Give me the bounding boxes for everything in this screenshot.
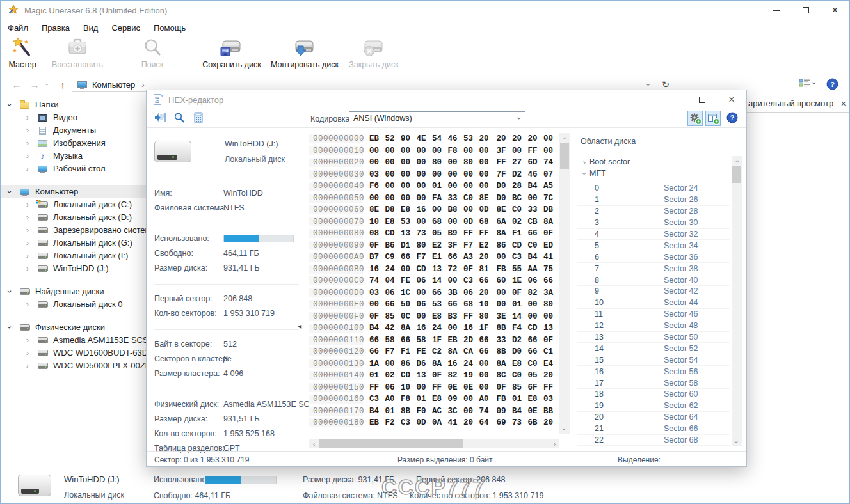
hex-row[interactable]: 000000014001 02 CD 13 0F 82 19 008C C0 0…: [309, 370, 553, 382]
hex-row[interactable]: 000000011066 58 66 58 1F EB 2D 6633 D2 6…: [309, 335, 553, 347]
sector-row[interactable]: 15Sector 54: [577, 354, 730, 366]
sidebar-group-header[interactable]: ›Физические диски: [0, 321, 146, 334]
hex-row[interactable]: 00000000D003 06 1C 00 66 3B 06 2000 0F 8…: [309, 287, 553, 299]
hex-row[interactable]: 00000000B016 24 00 CD 13 72 0F 81FB 55 A…: [309, 264, 553, 276]
menu-item[interactable]: Вид: [83, 23, 99, 33]
close-button[interactable]: ×: [821, 0, 849, 20]
sector-row[interactable]: 7Sector 38: [577, 263, 730, 274]
up-button[interactable]: ↑: [55, 77, 70, 92]
sidebar-group-header[interactable]: ›Найденные диски: [0, 285, 146, 298]
toolbar-button-wizard[interactable]: Мастер: [4, 35, 41, 73]
hex-row[interactable]: 00000000900F B6 D1 80 E2 3F F7 E286 CD C…: [309, 240, 553, 252]
scroll-down-icon[interactable]: ›: [732, 437, 742, 446]
calculator-icon[interactable]: [193, 112, 204, 123]
hex-horizontal-scrollbar[interactable]: ‹ ›: [309, 439, 559, 448]
sidebar-item[interactable]: ›Зарезервировано системо: [0, 224, 146, 237]
hex-row[interactable]: 000000008008 CD 13 73 05 B9 FF FF8A F1 6…: [309, 228, 553, 240]
hex-row[interactable]: 000000005000 00 00 00 FA 33 C0 8ED0 BC 0…: [309, 193, 553, 205]
sector-row[interactable]: 4Sector 32: [577, 229, 730, 240]
chevron-right-icon[interactable]: ›: [23, 347, 32, 359]
chevron-right-icon[interactable]: ›: [23, 150, 32, 162]
sector-row[interactable]: 14Sector 52: [577, 343, 730, 354]
toolbar-button-save-disk[interactable]: Сохранить диск: [198, 35, 265, 73]
back-button[interactable]: ←: [9, 77, 24, 92]
forward-button[interactable]: →: [27, 77, 42, 92]
scrollbar-thumb[interactable]: [732, 166, 741, 183]
scrollbar-thumb[interactable]: [560, 143, 569, 169]
sector-row[interactable]: 0Sector 24: [577, 183, 730, 194]
help-icon[interactable]: ?: [826, 78, 838, 93]
sidebar-group-header[interactable]: ›Компьютер: [0, 185, 146, 198]
chevron-right-icon[interactable]: ›: [23, 211, 32, 224]
dialog-close-button[interactable]: ×: [720, 91, 743, 108]
chevron-right-icon[interactable]: ›: [23, 298, 32, 311]
hex-row[interactable]: 00000001301A 00 86 D6 8A 16 24 008A E8 C…: [309, 358, 553, 370]
hex-row[interactable]: 00000000E000 66 50 06 53 66 68 1000 01 0…: [309, 299, 553, 311]
sector-row[interactable]: 12Sector 48: [577, 320, 730, 332]
chevron-right-icon[interactable]: ›: [23, 359, 32, 372]
chevron-right-icon[interactable]: ›: [23, 198, 32, 211]
sector-row[interactable]: 3Sector 30: [577, 217, 730, 229]
sidebar-group-header[interactable]: ›Папки: [0, 98, 146, 111]
hex-row[interactable]: 000000012066 F7 F1 FE C2 8A CA 668B D0 6…: [309, 346, 553, 358]
hex-row[interactable]: 00000000A0B7 C9 66 F7 E1 66 A3 2000 C3 B…: [309, 251, 553, 264]
hex-row[interactable]: 0000000000EB 52 90 4E 54 46 53 2020 20 2…: [309, 133, 553, 145]
hex-row[interactable]: 000000003003 00 00 00 00 00 00 007F D2 4…: [309, 169, 553, 181]
preview-close-icon[interactable]: ×: [841, 98, 846, 109]
sidebar-item[interactable]: ›WDC WD5000LPLX-00ZNTT0: [0, 359, 146, 372]
view-dropdown-icon[interactable]: ›: [813, 79, 815, 88]
sidebar-item[interactable]: ›Локальный диск (D:): [0, 211, 146, 224]
sidebar-item[interactable]: ›Локальный диск (G:): [0, 237, 146, 249]
menu-item[interactable]: Правка: [42, 23, 70, 33]
sector-row[interactable]: 11Sector 46: [577, 309, 730, 320]
hex-row[interactable]: 0000000170B4 01 8B F0 AC 3C 00 7409 B4 0…: [309, 406, 553, 418]
chevron-down-icon[interactable]: ›: [579, 169, 589, 178]
tree-node-boot-sector[interactable]: › Boot sector: [579, 156, 630, 168]
chevron-right-icon[interactable]: ›: [23, 262, 32, 275]
hex-row[interactable]: 000000002000 00 00 00 80 00 80 00FF 27 6…: [309, 157, 553, 169]
export-icon[interactable]: [154, 112, 166, 123]
hex-row[interactable]: 0000000040F6 00 00 00 01 00 00 00D0 28 B…: [309, 180, 553, 193]
chevron-right-icon[interactable]: ›: [23, 249, 32, 262]
chevron-right-icon[interactable]: ›: [23, 237, 32, 249]
scrollbar-thumb[interactable]: [319, 439, 463, 448]
chevron-down-icon[interactable]: ›: [5, 98, 14, 111]
scroll-up-icon[interactable]: ›: [559, 133, 570, 143]
scroll-down-icon[interactable]: ›: [559, 424, 570, 434]
dialog-help-icon[interactable]: ?: [726, 112, 738, 123]
chevron-right-icon[interactable]: ›: [23, 124, 32, 137]
areas-vertical-scrollbar[interactable]: › ›: [732, 156, 742, 446]
scroll-left-icon[interactable]: ‹: [309, 439, 319, 448]
sidebar-item[interactable]: ›♪Музыка: [0, 150, 146, 162]
hex-row[interactable]: 000000007010 E8 53 00 68 00 0D 686A 02 C…: [309, 216, 553, 228]
dialog-minimize-button[interactable]: [660, 91, 683, 108]
maximize-button[interactable]: [791, 0, 820, 20]
sector-row[interactable]: 22Sector 68: [577, 435, 730, 446]
chevron-right-icon[interactable]: ›: [23, 334, 32, 347]
sector-row[interactable]: 1Sector 26: [577, 194, 730, 206]
chevron-right-icon[interactable]: ›: [579, 157, 589, 167]
hex-row[interactable]: 000000001000 00 00 00 00 F8 00 003F 00 F…: [309, 145, 553, 157]
sector-row[interactable]: 5Sector 34: [577, 240, 730, 251]
sector-row[interactable]: 21Sector 66: [577, 423, 730, 435]
sidebar-item[interactable]: ›Asmedia ASM1153E SCSI Dis: [0, 334, 146, 347]
breadcrumb-chevron-icon[interactable]: ›: [141, 80, 144, 90]
hex-row[interactable]: 00000000608E D8 E8 16 00 B8 00 0D8E C0 3…: [309, 204, 553, 216]
sector-row[interactable]: 17Sector 58: [577, 377, 730, 389]
view-options-icon[interactable]: [799, 79, 810, 91]
sidebar-item[interactable]: ›Локальный диск (I:): [0, 249, 146, 262]
sector-row[interactable]: 2Sector 28: [577, 206, 730, 217]
scroll-up-icon[interactable]: ›: [732, 156, 742, 166]
chevron-right-icon[interactable]: ›: [23, 224, 32, 237]
address-dropdown-icon[interactable]: ›: [647, 80, 650, 90]
sector-row[interactable]: 16Sector 56: [577, 366, 730, 377]
sidebar-item[interactable]: ›Изображения: [0, 137, 146, 150]
menu-item[interactable]: Сервис: [111, 23, 140, 33]
chevron-right-icon[interactable]: ›: [23, 137, 32, 150]
sidebar-item[interactable]: ›Рабочий стол: [0, 162, 146, 175]
layout-icon[interactable]: [705, 111, 721, 126]
sector-row[interactable]: 19Sector 62: [577, 400, 730, 412]
sidebar-item[interactable]: ›Документы: [0, 124, 146, 137]
hex-row[interactable]: 0000000180EB F2 C3 0D 0A 41 20 6469 73 6…: [309, 417, 553, 429]
sidebar-item[interactable]: ›Видео: [0, 111, 146, 124]
